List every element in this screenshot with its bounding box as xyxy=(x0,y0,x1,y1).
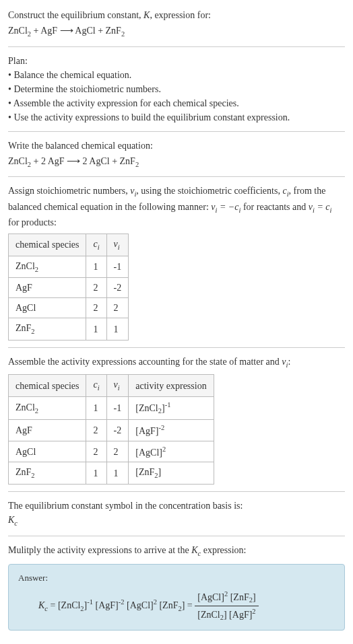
plan-section: Plan: • Balance the chemical equation. •… xyxy=(8,54,345,124)
table-row: AgF2-2[AgF]-2 xyxy=(9,420,214,441)
cell: ZnCl2 xyxy=(9,396,86,419)
cell: 1 xyxy=(106,318,129,341)
kc-symbol-section: The equilibrium constant symbol in the c… xyxy=(8,499,345,529)
col-vi: νi xyxy=(106,234,129,256)
cell: 2 xyxy=(86,441,106,462)
cell: 1 xyxy=(86,318,106,341)
cell: ZnCl2 xyxy=(9,256,86,278)
kc-text: The equilibrium constant symbol in the c… xyxy=(8,499,345,513)
t: Assemble the activity expressions accoun… xyxy=(8,357,282,367)
cell: -2 xyxy=(106,420,129,441)
cell: -1 xyxy=(106,396,129,419)
cell: 2 xyxy=(106,441,129,462)
divider xyxy=(8,176,345,177)
denominator: [ZnCl2] [AgF]2 xyxy=(195,606,258,623)
table-row: AgCl22 xyxy=(9,298,129,318)
cell: 2 xyxy=(86,298,106,318)
col-ci: ci xyxy=(86,375,106,397)
activity-section: Assemble the activity expressions accoun… xyxy=(8,355,345,485)
divider xyxy=(8,46,345,47)
table-row: ZnF211 xyxy=(9,318,129,341)
table-row: ZnF211[ZnF2] xyxy=(9,462,214,485)
cell: AgCl xyxy=(9,441,86,462)
t: Mulitply the activity expressions to arr… xyxy=(8,545,191,555)
t: for products: xyxy=(8,217,57,227)
cell: 2 xyxy=(86,278,106,298)
k-symbol: K xyxy=(143,10,150,20)
t: , using the stoichiometric coefficients, xyxy=(136,186,282,196)
t: : xyxy=(288,357,290,367)
cell: 1 xyxy=(106,462,129,485)
col-activity: activity expression xyxy=(129,375,214,397)
plan-item: • Determine the stoichiometric numbers. xyxy=(8,82,345,96)
cell: 1 xyxy=(86,396,106,419)
rel: νi = ci xyxy=(309,202,332,212)
intro-section: Construct the equilibrium constant, K, e… xyxy=(8,8,345,40)
cell: 1 xyxy=(86,462,106,485)
nu-i: νi xyxy=(130,186,136,196)
rel: νi = −ci xyxy=(211,202,240,212)
cell: -2 xyxy=(106,278,129,298)
col-vi: νi xyxy=(106,375,129,397)
balanced-section: Write the balanced chemical equation: Zn… xyxy=(8,139,345,170)
table-header-row: chemical species ci νi xyxy=(9,234,129,256)
cell: -1 xyxy=(106,256,129,278)
col-ci: ci xyxy=(86,234,106,256)
divider xyxy=(8,491,345,492)
stoich-table: chemical species ci νi ZnCl21-1 AgF2-2 A… xyxy=(8,234,129,341)
table-row: AgF2-2 xyxy=(9,278,129,298)
divider xyxy=(8,347,345,348)
plan-title: Plan: xyxy=(8,54,345,68)
intro-text: Construct the equilibrium constant, xyxy=(8,10,143,20)
answer-equation: Kc = [ZnCl2]-1 [AgF]-2 [AgCl]2 [ZnF2] = … xyxy=(38,589,335,623)
fraction: [AgCl]2 [ZnF2] [ZnCl2] [AgF]2 xyxy=(195,589,258,623)
cell: [AgCl]2 xyxy=(129,441,214,462)
t: expression: xyxy=(201,545,246,555)
multiply-section: Mulitply the activity expressions to arr… xyxy=(8,543,345,631)
divider xyxy=(8,536,345,536)
multiply-line: Mulitply the activity expressions to arr… xyxy=(8,543,345,559)
balanced-equation: ZnCl2 + 2 AgF ⟶ 2 AgCl + ZnF2 xyxy=(8,154,345,170)
c-i: ci xyxy=(282,186,288,196)
col-species: chemical species xyxy=(9,375,86,397)
table-header-row: chemical species ci νi activity expressi… xyxy=(9,375,214,397)
stoich-text: Assign stoichiometric numbers, νi, using… xyxy=(8,184,345,229)
balanced-title: Write the balanced chemical equation: xyxy=(8,139,345,153)
cell: 2 xyxy=(106,298,129,318)
cell: ZnF2 xyxy=(9,318,86,341)
cell: [ZnCl2]-1 xyxy=(129,396,214,419)
unbalanced-equation: ZnCl2 + AgF ⟶ AgCl + ZnF2 xyxy=(8,24,345,40)
intro-text-b: , expression for: xyxy=(150,10,211,20)
answer-box: Answer: Kc = [ZnCl2]-1 [AgF]-2 [AgCl]2 [… xyxy=(8,564,345,631)
divider xyxy=(8,131,345,132)
table-row: AgCl22[AgCl]2 xyxy=(9,441,214,462)
t: for reactants and xyxy=(240,202,308,212)
cell: [AgF]-2 xyxy=(129,420,214,441)
cell: 1 xyxy=(86,256,106,278)
cell: AgCl xyxy=(9,298,86,318)
cell: 2 xyxy=(86,420,106,441)
numerator: [AgCl]2 [ZnF2] xyxy=(195,589,258,606)
plan-item: • Use the activity expressions to build … xyxy=(8,110,345,124)
intro-line: Construct the equilibrium constant, K, e… xyxy=(8,8,345,22)
col-species: chemical species xyxy=(9,234,86,256)
activity-table: chemical species ci νi activity expressi… xyxy=(8,374,214,485)
answer-label: Answer: xyxy=(18,571,335,585)
cell: [ZnF2] xyxy=(129,462,214,485)
kc: Kc xyxy=(191,545,201,555)
t: Assign stoichiometric numbers, xyxy=(8,186,130,196)
kc-symbol: Kc xyxy=(8,513,345,529)
cell: AgF xyxy=(9,278,86,298)
table-row: ZnCl21-1 xyxy=(9,256,129,278)
cell: AgF xyxy=(9,420,86,441)
cell: ZnF2 xyxy=(9,462,86,485)
plan-item: • Balance the chemical equation. xyxy=(8,68,345,82)
activity-text: Assemble the activity expressions accoun… xyxy=(8,355,345,371)
stoich-section: Assign stoichiometric numbers, νi, using… xyxy=(8,184,345,341)
plan-item: • Assemble the activity expression for e… xyxy=(8,96,345,110)
table-row: ZnCl21-1[ZnCl2]-1 xyxy=(9,396,214,419)
